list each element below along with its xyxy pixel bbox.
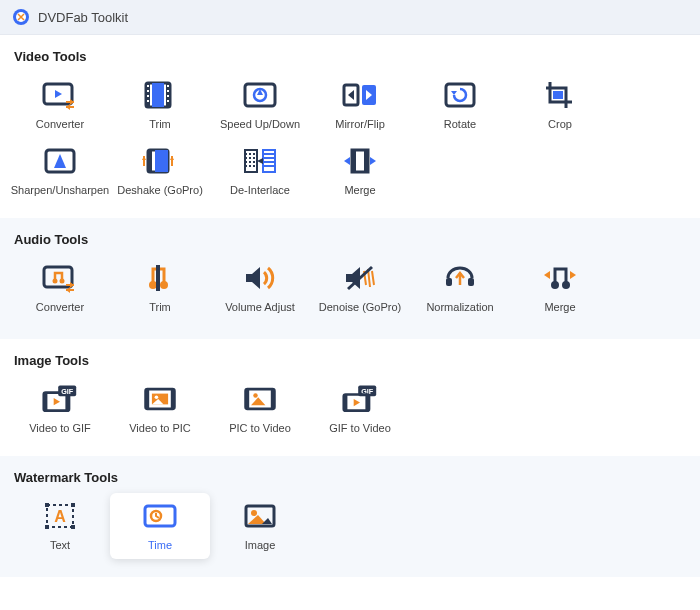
tool-video-sharpen[interactable]: Sharpen/Unsharpen [10,138,110,204]
svg-marker-77 [251,397,265,405]
tool-audio-volume[interactable]: Volume Adjust [210,255,310,321]
merge-audio-icon [542,263,578,293]
svg-rect-9 [147,85,149,87]
tool-label: Video to PIC [129,422,191,434]
trim-icon [142,80,178,110]
deshake-icon [142,146,178,176]
tool-audio-converter[interactable]: Converter [10,255,110,321]
tool-label: Time [148,539,172,551]
tool-pic-to-video[interactable]: PIC to Video [210,376,310,442]
svg-text:GIF: GIF [61,387,74,396]
titlebar: DVDFab Toolkit [0,0,700,35]
text-watermark-icon: A [42,501,78,531]
merge-video-icon [342,146,378,176]
svg-marker-51 [246,267,260,289]
svg-rect-12 [147,100,149,102]
svg-marker-41 [344,157,350,165]
svg-marker-64 [54,398,60,405]
tool-video-trim[interactable]: Trim [110,72,210,138]
tool-label: Trim [149,118,171,130]
tool-gif-to-video[interactable]: GIF GIF to Video [310,376,410,442]
svg-marker-42 [370,157,376,165]
tool-watermark-image[interactable]: Image [210,493,310,559]
svg-point-57 [551,281,559,289]
section-title-video: Video Tools [0,35,700,64]
svg-marker-59 [544,271,550,279]
tool-label: De-Interlace [230,184,290,196]
tool-label: Text [50,539,70,551]
svg-marker-29 [54,154,66,168]
svg-rect-27 [553,91,563,99]
audio-trim-icon [142,263,178,293]
svg-rect-81 [344,395,348,411]
tool-audio-denoise[interactable]: Denoise (GoPro) [310,255,410,321]
tool-video-merge[interactable]: Merge [310,138,410,204]
tool-video-to-gif[interactable]: GIF Video to GIF [10,376,110,442]
svg-point-71 [155,395,159,399]
tool-label: Sharpen/Unsharpen [11,184,109,196]
svg-rect-17 [152,83,164,107]
tool-audio-trim[interactable]: Trim [110,255,210,321]
svg-marker-95 [262,518,272,524]
tool-audio-normalize[interactable]: Normalization [410,255,510,321]
video-to-gif-icon: GIF [42,384,78,414]
video-to-pic-icon [142,384,178,414]
svg-text:A: A [54,508,66,525]
tool-video-converter[interactable]: Converter [10,72,110,138]
speed-icon [242,80,278,110]
svg-rect-87 [45,525,49,529]
svg-point-45 [60,279,65,284]
svg-rect-31 [148,150,152,172]
svg-point-58 [562,281,570,289]
tool-label: Merge [544,301,575,313]
tool-label: Converter [36,118,84,130]
svg-rect-13 [167,85,169,87]
tool-video-deinterlace[interactable]: De-Interlace [210,138,310,204]
image-tools-grid: GIF Video to GIF Video to PIC PIC [0,368,700,456]
tool-audio-merge[interactable]: Merge [510,255,610,321]
svg-marker-34 [170,156,174,160]
svg-rect-55 [468,278,474,286]
svg-point-49 [160,281,168,289]
section-title-watermark: Watermark Tools [0,456,700,485]
tool-video-to-pic[interactable]: Video to PIC [110,376,210,442]
image-watermark-icon [242,501,278,531]
tool-label: Merge [344,184,375,196]
svg-rect-85 [45,503,49,507]
svg-rect-15 [167,95,169,97]
tool-video-crop[interactable]: Crop [510,72,610,138]
tool-label: Trim [149,301,171,313]
svg-point-93 [251,510,257,516]
rotate-icon [442,80,478,110]
tool-watermark-text[interactable]: A Text [10,493,110,559]
tool-label: Speed Up/Down [220,118,300,130]
svg-rect-32 [155,150,168,172]
tool-video-mirror[interactable]: Mirror/Flip [310,72,410,138]
tool-watermark-time[interactable]: Time [110,493,210,559]
tool-video-rotate[interactable]: Rotate [410,72,510,138]
svg-rect-39 [352,150,356,172]
section-title-audio: Audio Tools [0,218,700,247]
svg-rect-74 [246,389,250,409]
svg-point-48 [149,281,157,289]
crop-icon [542,80,578,110]
denoise-icon [342,263,378,293]
mirror-flip-icon [342,80,378,110]
svg-rect-54 [446,278,452,286]
tool-label: Volume Adjust [225,301,295,313]
tool-label: Normalization [426,301,493,313]
svg-marker-83 [354,399,360,406]
tool-label: Deshake (GoPro) [117,184,203,196]
svg-rect-73 [246,389,275,409]
svg-rect-86 [71,503,75,507]
tool-label: PIC to Video [229,422,291,434]
tool-video-deshake[interactable]: Deshake (GoPro) [110,138,210,204]
tool-label: Converter [36,301,84,313]
app-logo-icon [12,8,30,26]
sharpen-icon [42,146,78,176]
tool-label: Denoise (GoPro) [319,301,402,313]
audio-converter-icon [42,263,78,293]
tool-video-speed[interactable]: Speed Up/Down [210,72,310,138]
svg-marker-23 [348,90,354,100]
tool-label: Crop [548,118,572,130]
